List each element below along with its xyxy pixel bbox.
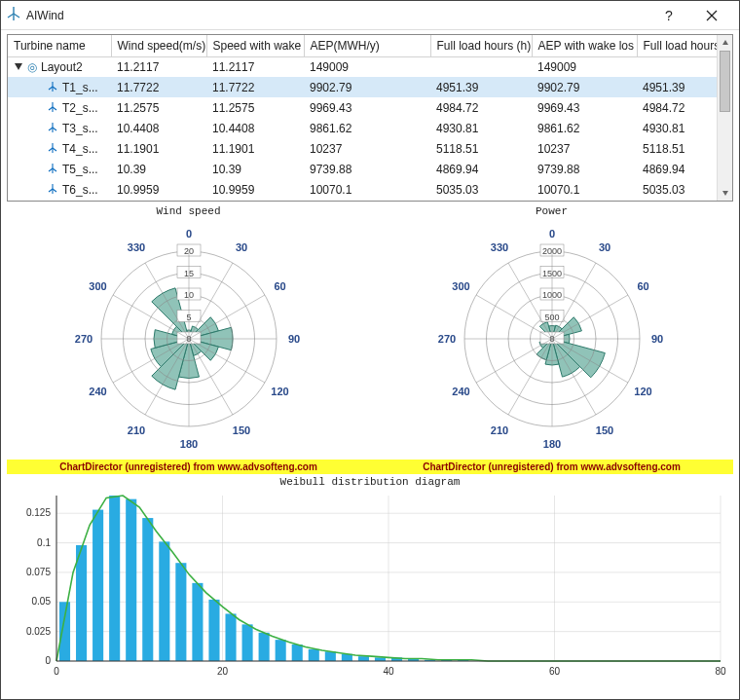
scroll-down-icon[interactable] (718, 185, 732, 201)
svg-line-20 (49, 148, 53, 151)
column-header[interactable]: Wind speed(m/s) (111, 35, 206, 56)
svg-rect-147 (292, 645, 303, 661)
turbine-icon (47, 142, 58, 156)
svg-text:0.025: 0.025 (26, 626, 51, 637)
svg-rect-152 (375, 657, 386, 661)
svg-text:40: 40 (383, 666, 394, 677)
table-row[interactable]: T6_s...10.995910.995910070.15035.0310070… (8, 179, 732, 200)
titlebar: AIWind ? (1, 1, 739, 30)
close-button[interactable] (690, 2, 733, 29)
table-row[interactable]: T3_s...10.440810.44089861.624930.819861.… (8, 118, 732, 138)
svg-line-101 (508, 339, 552, 415)
power-polar-plot: 0500100015002000030609012015018021024027… (411, 217, 693, 457)
column-header[interactable]: Full load hours (h) (430, 35, 532, 56)
svg-line-25 (53, 168, 56, 171)
layout-row[interactable]: ◎Layout211.211711.2117149009149009 (8, 56, 732, 77)
table-row[interactable]: T5_s...10.3910.399739.884869.949739.8848… (8, 159, 732, 179)
turbine-name: T4_s... (62, 142, 98, 156)
cell: 10.4408 (111, 118, 206, 138)
weibull-chart: 00.0250.050.0750.10.125020406080 (10, 490, 730, 684)
svg-line-24 (49, 168, 53, 171)
cell: 9969.43 (304, 97, 430, 118)
windspeed-polar-plot: 051015200306090120150180210240270300330 (48, 217, 330, 457)
svg-text:0: 0 (548, 228, 554, 239)
cell: 11.1901 (111, 138, 206, 159)
turbine-icon (47, 81, 58, 94)
svg-rect-134 (76, 545, 87, 661)
cell: 4951.39 (430, 77, 532, 97)
svg-text:0.05: 0.05 (32, 596, 52, 607)
cell: 11.2575 (111, 97, 206, 118)
table-row[interactable]: T2_s...11.257511.25759969.434984.729969.… (8, 97, 732, 118)
column-header[interactable]: Turbine name (8, 35, 111, 56)
cell: 4984.72 (430, 97, 532, 118)
svg-text:30: 30 (235, 241, 246, 253)
chart-watermark: ChartDirector (unregistered) from www.ad… (7, 460, 370, 474)
cell: 9902.79 (532, 77, 637, 97)
svg-text:80: 80 (715, 666, 726, 677)
cell: 10070.1 (304, 179, 430, 200)
svg-text:120: 120 (634, 386, 651, 397)
cell: 149009 (532, 56, 637, 77)
content: Turbine nameWind speed(m/s)Speed with wa… (1, 30, 739, 699)
cell: 149009 (304, 56, 430, 77)
cell: 4869.94 (430, 159, 532, 179)
watermark-row: ChartDirector (unregistered) from www.ad… (7, 460, 733, 474)
svg-line-16 (49, 128, 53, 130)
layout-icon: ◎ (27, 60, 37, 74)
table-scrollbar[interactable] (717, 35, 732, 201)
turbine-name: T6_s... (62, 183, 98, 197)
svg-line-12 (49, 107, 53, 110)
column-header[interactable]: AEP(MWH/y) (304, 35, 430, 56)
svg-text:270: 270 (74, 333, 92, 345)
turbine-name: T3_s... (62, 122, 98, 135)
cell: 11.1901 (206, 138, 304, 159)
scroll-thumb[interactable] (720, 51, 730, 112)
turbine-icon (47, 101, 58, 115)
cell: 9861.62 (304, 118, 430, 138)
svg-text:60: 60 (549, 666, 561, 677)
svg-rect-141 (192, 583, 203, 661)
cell: 11.7722 (111, 77, 206, 97)
help-button[interactable]: ? (648, 2, 690, 29)
svg-text:0: 0 (185, 228, 191, 239)
svg-rect-145 (259, 633, 270, 661)
polar-charts-row: Wind speed 05101520030609012015018021024… (7, 203, 733, 460)
cell: 9861.62 (532, 118, 637, 138)
cell: 5118.51 (430, 138, 532, 159)
column-header[interactable]: Speed with wake l (206, 35, 304, 56)
expand-toggle[interactable] (14, 61, 23, 71)
cell (430, 56, 532, 77)
turbine-name: T1_s... (62, 81, 98, 94)
svg-line-17 (53, 128, 56, 130)
svg-text:330: 330 (490, 241, 507, 253)
svg-line-2 (14, 14, 19, 18)
svg-text:60: 60 (274, 280, 285, 292)
table-row[interactable]: T1_s...11.772211.77229902.794951.399902.… (8, 77, 732, 97)
cell: 9739.88 (304, 159, 430, 179)
svg-rect-139 (159, 541, 169, 661)
svg-text:0: 0 (45, 655, 51, 666)
cell: 10.9959 (111, 179, 206, 200)
svg-line-21 (53, 148, 56, 151)
svg-rect-151 (358, 656, 369, 661)
column-header[interactable]: AEP with wake los (532, 35, 637, 56)
app-window: AIWind ? Turbine nameWind speed(m/s)Spee… (0, 0, 740, 700)
cell: 10237 (532, 138, 637, 159)
table-row[interactable]: T4_s...11.190111.1901102375118.511023751… (8, 138, 732, 159)
cell: 9902.79 (304, 77, 430, 97)
cell: 4930.81 (430, 118, 532, 138)
app-icon (7, 7, 20, 23)
cell: 10.39 (111, 159, 206, 179)
svg-rect-135 (92, 510, 103, 661)
svg-text:210: 210 (127, 424, 144, 436)
power-chart: Power 0500100015002000030609012015018021… (372, 203, 732, 460)
svg-rect-144 (242, 624, 253, 661)
svg-rect-146 (276, 640, 286, 661)
scroll-up-icon[interactable] (718, 35, 732, 51)
cell: 10.9959 (206, 179, 304, 200)
weibull-title: Weibull distribution diagram (7, 476, 733, 488)
svg-marker-6 (15, 63, 22, 70)
svg-rect-149 (325, 651, 336, 661)
turbine-name: T2_s... (62, 101, 98, 115)
